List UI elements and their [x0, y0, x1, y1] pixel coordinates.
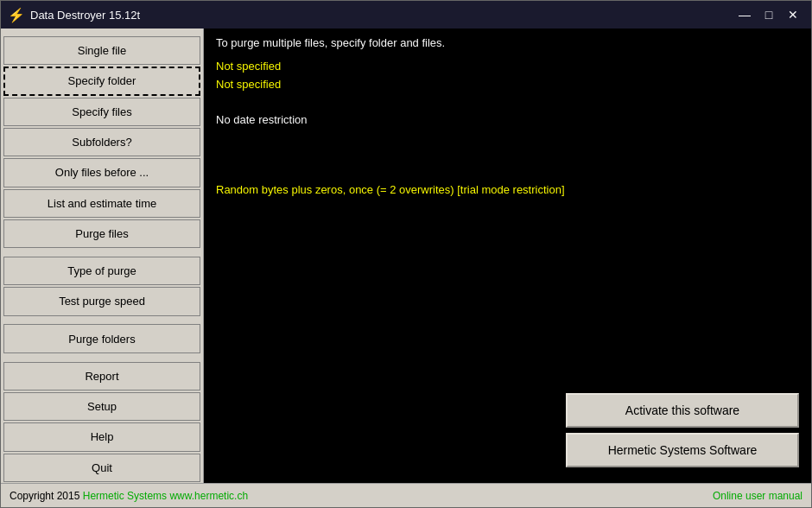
purge-type-value: Random bytes plus zeros, once (= 2 overw… — [216, 183, 565, 196]
folder-value: Not specified — [216, 60, 281, 73]
sidebar-item-only-files-before[interactable]: Only files before ... — [3, 158, 200, 187]
app-title: Data Destroyer 15.12t — [30, 9, 733, 22]
right-pane: To purge multiple files, specify folder … — [204, 29, 811, 483]
content-description: To purge multiple files, specify folder … — [216, 35, 799, 51]
sidebar-item-subfolders[interactable]: Subfolders? — [3, 128, 200, 156]
sidebar-item-single-file[interactable]: Single file — [3, 36, 200, 65]
window-controls: — □ ✕ — [733, 5, 804, 24]
sidebar-item-purge-files[interactable]: Purge files — [3, 219, 200, 248]
sidebar: Single file Specify folder Specify files… — [1, 29, 204, 483]
sidebar-item-setup[interactable]: Setup — [3, 392, 200, 421]
files-value: Not specified — [216, 78, 281, 91]
date-value-row: No date restriction — [216, 113, 799, 126]
close-button[interactable]: ✕ — [782, 5, 804, 24]
sidebar-item-help[interactable]: Help — [3, 422, 200, 451]
sidebar-item-test-purge-speed[interactable]: Test purge speed — [3, 287, 200, 315]
folder-value-row: Not specified — [216, 60, 799, 73]
company-link[interactable]: Hermetic Systems — [83, 490, 167, 502]
hss-button[interactable]: Hermetic Systems Software — [566, 433, 799, 467]
maximize-button[interactable]: □ — [758, 5, 780, 24]
website-link[interactable]: www.hermetic.ch — [169, 490, 248, 502]
purge-type-row: Random bytes plus zeros, once (= 2 overw… — [216, 183, 799, 196]
sidebar-item-report[interactable]: Report — [3, 362, 200, 391]
minimize-button[interactable]: — — [733, 5, 756, 24]
files-value-row: Not specified — [216, 78, 799, 91]
sidebar-item-quit[interactable]: Quit — [3, 454, 200, 482]
action-buttons: Activate this software Hermetic Systems … — [216, 393, 799, 476]
sidebar-item-type-of-purge[interactable]: Type of purge — [3, 257, 200, 285]
main-window: ⚡ Data Destroyer 15.12t — □ ✕ Single fil… — [0, 0, 812, 508]
date-value: No date restriction — [216, 113, 308, 126]
manual-link[interactable]: Online user manual — [713, 490, 802, 502]
app-icon: ⚡ — [8, 7, 25, 23]
footer-left: Copyright 2015 Hermetic Systems www.herm… — [10, 490, 248, 502]
footer: Copyright 2015 Hermetic Systems www.herm… — [1, 483, 811, 507]
copyright-text: Copyright 2015 — [10, 490, 79, 502]
sidebar-item-specify-files[interactable]: Specify files — [3, 98, 200, 126]
title-bar: ⚡ Data Destroyer 15.12t — □ ✕ — [1, 1, 811, 29]
main-content: Single file Specify folder Specify files… — [1, 29, 811, 483]
sidebar-item-list-estimate[interactable]: List and estimate time — [3, 189, 200, 218]
sidebar-item-specify-folder[interactable]: Specify folder — [3, 67, 200, 95]
activate-software-button[interactable]: Activate this software — [566, 393, 799, 428]
sidebar-item-purge-folders[interactable]: Purge folders — [3, 324, 200, 352]
